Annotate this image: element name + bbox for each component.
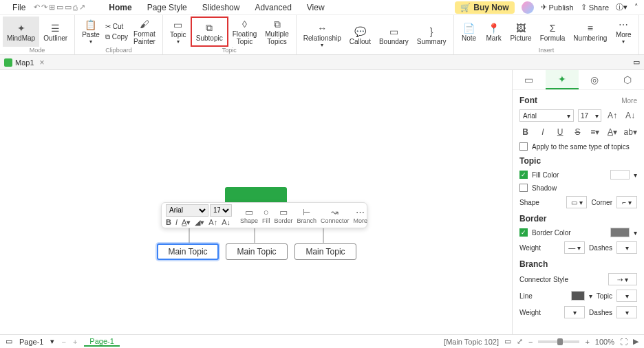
summary-button[interactable]: }Summary xyxy=(413,17,451,54)
font-color-btn[interactable]: A▾ xyxy=(606,126,618,138)
main-topic-node-3[interactable]: Main Topic xyxy=(294,243,356,260)
close-tab-icon[interactable]: × xyxy=(40,58,45,67)
bordercolor-swatch[interactable] xyxy=(610,228,630,237)
grow-font-icon[interactable]: A↑ xyxy=(208,218,217,227)
outliner-button[interactable]: ☰Outliner xyxy=(39,17,72,47)
floating-topic-button[interactable]: ◊Floating Topic xyxy=(228,17,261,47)
zoom-slider[interactable] xyxy=(538,340,579,343)
undo-icon[interactable]: ↶ xyxy=(34,3,40,12)
publish-button[interactable]: ✈Publish xyxy=(541,3,574,12)
open-icon[interactable]: ▭ xyxy=(56,3,63,12)
apply-checkbox[interactable] xyxy=(519,142,528,151)
menu-slideshow[interactable]: Slideshow xyxy=(195,1,247,14)
float-font-select[interactable]: Arial xyxy=(166,204,208,217)
copy-button[interactable]: ⧉Copy xyxy=(104,32,129,42)
panel-toggle-icon[interactable]: ▭ xyxy=(633,58,640,67)
branch-topic-select[interactable]: ▾ xyxy=(616,290,637,302)
cut-button[interactable]: ✂Cut xyxy=(104,22,129,31)
highlight-icon[interactable]: ◢▾ xyxy=(195,218,204,227)
main-topic-node-2[interactable]: Main Topic xyxy=(226,243,288,260)
callout-button[interactable]: 💬Callout xyxy=(345,17,375,54)
more-insert-button[interactable]: ⋯More▾ xyxy=(611,17,636,47)
mark-button[interactable]: 📍Mark xyxy=(482,17,506,47)
float-shape[interactable]: ▭Shape xyxy=(240,207,258,224)
weight-select[interactable]: — ▾ xyxy=(564,241,585,254)
float-connector[interactable]: ↝Connector xyxy=(321,207,350,224)
dashes-select[interactable]: ▾ xyxy=(616,241,637,254)
zoom-in-icon[interactable]: + xyxy=(585,338,589,346)
subtopic-button[interactable]: ⧉Subtopic xyxy=(191,17,228,47)
fillcolor-checkbox[interactable]: ✓ xyxy=(519,171,528,179)
boundary-button[interactable]: ▭Boundary xyxy=(375,17,413,54)
side-tab-ai[interactable]: ✦ xyxy=(546,70,579,89)
numbering-button[interactable]: ≡Numbering xyxy=(569,17,611,47)
case-btn[interactable]: ab▾ xyxy=(624,126,637,138)
float-fill[interactable]: ○Fill xyxy=(262,207,270,224)
format-painter-button[interactable]: 🖌Format Painter xyxy=(129,17,160,47)
side-tab-style[interactable]: ▭ xyxy=(513,70,546,89)
prev-page-icon[interactable]: − xyxy=(61,338,65,346)
menu-view[interactable]: View xyxy=(300,1,332,14)
canvas[interactable]: Main Topic Main Topic Main Topic Arial 1… xyxy=(0,70,512,334)
page-select[interactable]: Page-1 xyxy=(19,338,43,346)
italic-btn[interactable]: I xyxy=(537,126,548,138)
doc-tab[interactable]: Map1 xyxy=(15,58,34,67)
fit-icon[interactable]: ⤢ xyxy=(517,337,523,346)
save-icon[interactable]: ▭ xyxy=(65,3,72,12)
shape-select[interactable]: ▭ ▾ xyxy=(566,196,587,208)
zoom-value[interactable]: 100% xyxy=(595,338,614,346)
share-button[interactable]: ⇪Share xyxy=(581,3,609,12)
redo-icon[interactable]: ↷ xyxy=(41,3,47,12)
align-btn[interactable]: ≡▾ xyxy=(589,126,601,138)
picture-button[interactable]: 🖼Picture xyxy=(506,17,536,47)
relationship-button[interactable]: ↔Relationship▾ xyxy=(299,17,345,54)
bold-btn[interactable]: B xyxy=(519,126,531,138)
font-color-icon[interactable]: A▾ xyxy=(182,218,191,227)
side-tab-tag[interactable]: ◎ xyxy=(579,70,612,89)
formula-button[interactable]: ΣFormula xyxy=(536,17,570,47)
font-more[interactable]: More xyxy=(621,97,637,105)
line-swatch[interactable] xyxy=(571,291,585,301)
menu-file[interactable]: File xyxy=(6,1,32,14)
avatar[interactable] xyxy=(522,1,534,14)
mindmap-button[interactable]: ✦MindMap xyxy=(3,17,39,47)
present-icon[interactable]: ▶ xyxy=(633,337,638,346)
pages-icon[interactable]: ▭ xyxy=(6,337,12,346)
font-family-select[interactable]: Arial▾ xyxy=(519,109,574,122)
fullscreen-icon[interactable]: ⛶ xyxy=(620,338,627,346)
collapse-ribbon-icon[interactable]: ˄ xyxy=(634,3,638,12)
side-tab-security[interactable]: ⬡ xyxy=(611,70,644,89)
buy-now-button[interactable]: 🛒Buy Now xyxy=(455,1,514,14)
new-icon[interactable]: ⊞ xyxy=(49,3,55,12)
multiple-topics-button[interactable]: ⧉Multiple Topics xyxy=(261,17,292,47)
corner-select[interactable]: ⌐ ▾ xyxy=(616,196,637,208)
font-size-select[interactable]: 17▾ xyxy=(578,109,601,122)
add-page-icon[interactable]: + xyxy=(73,338,77,346)
bordercolor-checkbox[interactable]: ✓ xyxy=(519,228,528,237)
note-button[interactable]: 📄Note xyxy=(457,17,482,47)
print-icon[interactable]: ⎙ xyxy=(73,3,78,12)
help-icon[interactable]: ⓘ▾ xyxy=(616,2,627,12)
shrink-font-btn[interactable]: A↓ xyxy=(623,109,637,122)
float-branch[interactable]: ⊢Branch xyxy=(297,207,317,224)
strike-btn[interactable]: S xyxy=(572,126,583,138)
italic-icon[interactable]: I xyxy=(175,218,178,227)
float-size-select[interactable]: 17 xyxy=(210,204,232,217)
shrink-font-icon[interactable]: A↓ xyxy=(222,218,230,227)
bold-icon[interactable]: B xyxy=(166,218,171,227)
float-more[interactable]: ⋯More xyxy=(354,207,368,224)
underline-btn[interactable]: U xyxy=(555,126,566,138)
menu-home[interactable]: Home xyxy=(102,1,138,14)
menu-advanced[interactable]: Advanced xyxy=(248,1,298,14)
connstyle-select[interactable]: ⇢ ▾ xyxy=(608,273,637,285)
export-icon[interactable]: ↗ xyxy=(79,3,85,12)
page-tab[interactable]: Page-1 xyxy=(84,337,119,347)
menu-pagestyle[interactable]: Page Style xyxy=(140,1,194,14)
topic-button[interactable]: ▭Topic▾ xyxy=(166,17,191,47)
grow-font-btn[interactable]: A↑ xyxy=(605,109,619,122)
main-topic-node-1[interactable]: Main Topic xyxy=(157,243,219,260)
branch-dashes-select[interactable]: ▾ xyxy=(616,306,637,318)
paste-button[interactable]: 📋Paste▾ xyxy=(78,17,104,47)
branch-weight-select[interactable]: ▾ xyxy=(564,306,585,318)
shadow-checkbox[interactable] xyxy=(519,184,528,192)
